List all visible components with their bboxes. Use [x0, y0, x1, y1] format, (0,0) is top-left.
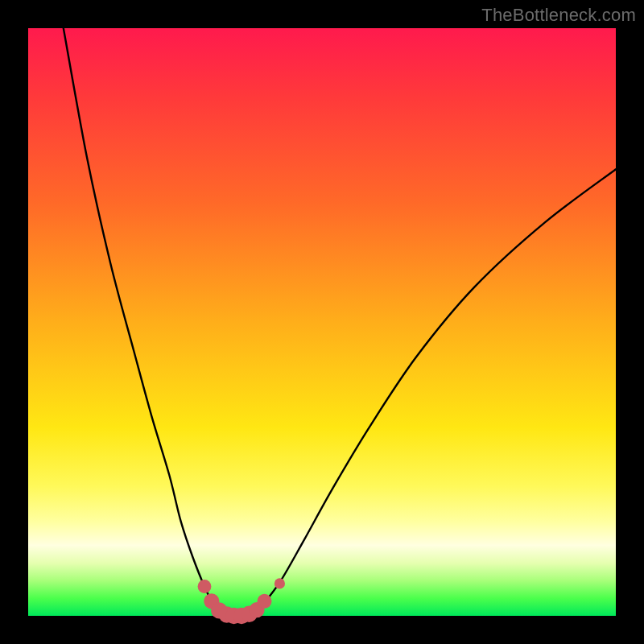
curve-line	[64, 28, 616, 616]
highlight-markers	[198, 578, 285, 624]
chart-svg	[28, 28, 616, 616]
highlight-dot	[258, 594, 272, 609]
chart-plot-area	[28, 28, 616, 616]
chart-frame: TheBottleneck.com	[0, 0, 644, 644]
watermark-text: TheBottleneck.com	[481, 5, 636, 26]
highlight-dot	[275, 578, 285, 588]
highlight-dot	[198, 580, 212, 593]
